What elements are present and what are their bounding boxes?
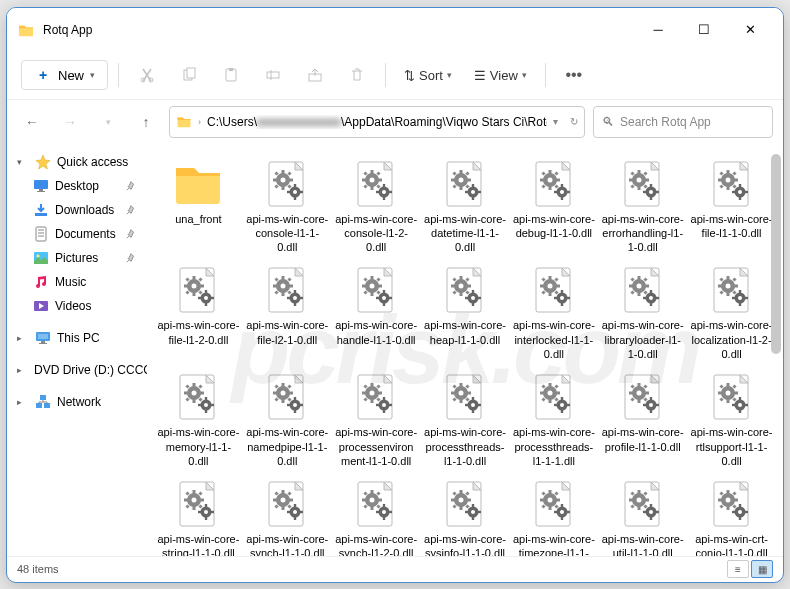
paste-button[interactable] — [213, 57, 249, 93]
file-item[interactable]: api-ms-win-core-timezone-l1-1-0.dll — [510, 476, 597, 555]
address-row: ← → ▾ ↑ › C:\Users\xxxxxxxxxxxxxx\AppDat… — [7, 100, 783, 144]
dll-file-icon — [441, 480, 489, 528]
dll-file-icon — [708, 480, 756, 528]
file-item[interactable]: api-ms-win-core-profile-l1-1-0.dll — [599, 369, 686, 472]
file-item[interactable]: api-ms-win-core-datetime-l1-1-0.dll — [422, 156, 509, 259]
sidebar: ▾Quick access DesktopDownloadsDocumentsP… — [7, 144, 147, 556]
sort-label: Sort — [419, 68, 443, 83]
sidebar-quick-access[interactable]: ▾Quick access — [11, 150, 143, 174]
up-button[interactable]: ↑ — [131, 107, 161, 137]
file-item[interactable]: api-ms-win-core-namedpipe-l1-1-0.dll — [244, 369, 331, 472]
scrollbar[interactable] — [771, 154, 781, 354]
address-path: C:\Users\xxxxxxxxxxxxxx\AppData\Roaming\… — [207, 115, 547, 129]
file-item[interactable]: api-ms-win-core-libraryloader-l1-1-0.dll — [599, 262, 686, 365]
file-name: api-ms-win-core-processenvironment-l1-1-… — [335, 425, 418, 468]
details-view-button[interactable]: ≡ — [727, 560, 749, 578]
share-button[interactable] — [297, 57, 333, 93]
dll-file-icon — [530, 373, 578, 421]
folder-item[interactable]: una_front — [155, 156, 242, 259]
maximize-button[interactable]: ☐ — [681, 8, 727, 52]
sidebar-item-label: Videos — [55, 299, 91, 313]
file-name: api-ms-win-core-file-l1-2-0.dll — [157, 318, 240, 347]
sidebar-dvd-drive[interactable]: ▸DVD Drive (D:) CCCC — [11, 358, 143, 382]
file-item[interactable]: api-ms-win-core-file-l1-2-0.dll — [155, 262, 242, 365]
search-input[interactable]: 🔍︎ Search Rotq App — [593, 106, 773, 138]
sort-icon: ⇅ — [404, 68, 415, 83]
file-item[interactable]: api-ms-win-core-handle-l1-1-0.dll — [333, 262, 420, 365]
file-name: api-ms-win-core-debug-l1-1-0.dll — [512, 212, 595, 241]
file-item[interactable]: api-ms-win-core-string-l1-1-0.dll — [155, 476, 242, 555]
sidebar-item-downloads[interactable]: Downloads — [11, 198, 143, 222]
file-item[interactable]: api-ms-win-core-sysinfo-l1-1-0.dll — [422, 476, 509, 555]
file-item[interactable]: api-ms-win-core-synch-l1-2-0.dll — [333, 476, 420, 555]
dll-file-icon — [263, 160, 311, 208]
chevron-right-icon: › — [198, 117, 201, 127]
delete-button[interactable] — [339, 57, 375, 93]
file-item[interactable]: api-ms-win-core-util-l1-1-0.dll — [599, 476, 686, 555]
view-label: View — [490, 68, 518, 83]
sidebar-item-documents[interactable]: Documents — [11, 222, 143, 246]
file-item[interactable]: api-ms-win-core-debug-l1-1-0.dll — [510, 156, 597, 259]
file-item[interactable]: api-ms-win-core-memory-l1-1-0.dll — [155, 369, 242, 472]
sidebar-item-label: Downloads — [55, 203, 114, 217]
file-item[interactable]: api-ms-win-core-console-l1-1-0.dll — [244, 156, 331, 259]
expand-icon: ▸ — [17, 333, 29, 343]
back-button[interactable]: ← — [17, 107, 47, 137]
file-item[interactable]: api-ms-win-core-localization-l1-2-0.dll — [688, 262, 775, 365]
sidebar-item-desktop[interactable]: Desktop — [11, 174, 143, 198]
file-item[interactable]: api-ms-win-core-file-l2-1-0.dll — [244, 262, 331, 365]
file-name: api-ms-win-core-timezone-l1-1-0.dll — [512, 532, 595, 555]
cut-button[interactable] — [129, 57, 165, 93]
sort-button[interactable]: ⇅ Sort ▾ — [396, 63, 460, 88]
music-icon — [33, 274, 49, 290]
file-name: api-ms-win-core-file-l1-1-0.dll — [690, 212, 773, 241]
copy-button[interactable] — [171, 57, 207, 93]
pin-icon — [125, 228, 137, 240]
sidebar-item-pictures[interactable]: Pictures — [11, 246, 143, 270]
dll-file-icon — [708, 266, 756, 314]
new-button[interactable]: + New ▾ — [21, 60, 108, 90]
forward-button[interactable]: → — [55, 107, 85, 137]
file-pane[interactable]: pcrisk.com una_frontapi-ms-win-core-cons… — [147, 144, 783, 556]
close-button[interactable]: ✕ — [727, 8, 773, 52]
file-item[interactable]: api-ms-win-core-synch-l1-1-0.dll — [244, 476, 331, 555]
file-item[interactable]: api-ms-win-core-interlocked-l1-1-0.dll — [510, 262, 597, 365]
chevron-down-icon: ▾ — [90, 70, 95, 80]
file-name: api-ms-win-core-libraryloader-l1-1-0.dll — [601, 318, 684, 361]
address-bar[interactable]: › C:\Users\xxxxxxxxxxxxxx\AppData\Roamin… — [169, 106, 585, 138]
file-item[interactable]: api-ms-win-core-errorhandling-l1-1-0.dll — [599, 156, 686, 259]
dll-file-icon — [530, 480, 578, 528]
dll-file-icon — [441, 160, 489, 208]
status-bar: 48 items ≡ ▦ — [7, 556, 783, 582]
download-icon — [33, 202, 49, 218]
dll-file-icon — [530, 160, 578, 208]
search-placeholder: Search Rotq App — [620, 115, 711, 129]
chevron-down-icon[interactable]: ▾ — [553, 116, 558, 127]
recent-button[interactable]: ▾ — [93, 107, 123, 137]
pin-icon — [125, 204, 137, 216]
icons-view-button[interactable]: ▦ — [751, 560, 773, 578]
refresh-icon[interactable]: ↻ — [570, 116, 578, 127]
file-item[interactable]: api-ms-win-crt-conio-l1-1-0.dll — [688, 476, 775, 555]
file-item[interactable]: api-ms-win-core-console-l1-2-0.dll — [333, 156, 420, 259]
file-item[interactable]: api-ms-win-core-rtlsupport-l1-1-0.dll — [688, 369, 775, 472]
rename-button[interactable] — [255, 57, 291, 93]
view-button[interactable]: ☰ View ▾ — [466, 63, 535, 88]
svg-rect-40 — [187, 68, 195, 78]
file-name: una_front — [175, 212, 221, 226]
file-item[interactable]: api-ms-win-core-processthreads-l1-1-0.dl… — [422, 369, 509, 472]
file-name: api-ms-win-core-sysinfo-l1-1-0.dll — [424, 532, 507, 555]
file-item[interactable]: api-ms-win-core-processenvironment-l1-1-… — [333, 369, 420, 472]
titlebar[interactable]: Rotq App ─ ☐ ✕ — [7, 8, 783, 52]
file-item[interactable]: api-ms-win-core-heap-l1-1-0.dll — [422, 262, 509, 365]
minimize-button[interactable]: ─ — [635, 8, 681, 52]
svg-rect-43 — [267, 72, 279, 78]
sidebar-network[interactable]: ▸Network — [11, 390, 143, 414]
sidebar-item-videos[interactable]: Videos — [11, 294, 143, 318]
more-button[interactable]: ••• — [556, 57, 592, 93]
file-item[interactable]: api-ms-win-core-processthreads-l1-1-1.dl… — [510, 369, 597, 472]
file-name: api-ms-win-core-handle-l1-1-0.dll — [335, 318, 418, 347]
sidebar-this-pc[interactable]: ▸This PC — [11, 326, 143, 350]
file-item[interactable]: api-ms-win-core-file-l1-1-0.dll — [688, 156, 775, 259]
sidebar-item-music[interactable]: Music — [11, 270, 143, 294]
